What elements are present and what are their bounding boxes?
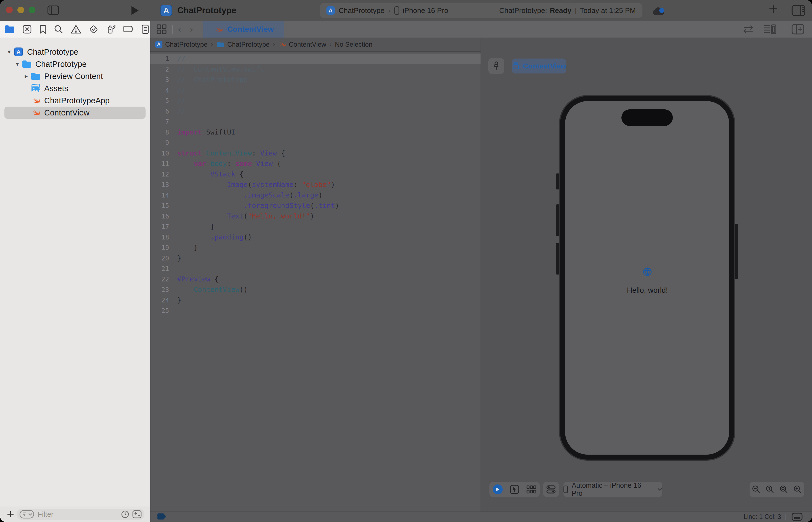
project-app-icon: A [326, 6, 335, 15]
source-control-icon[interactable] [22, 25, 32, 34]
sidebar-toggle-icon[interactable] [47, 5, 59, 15]
recent-files-clock-icon[interactable] [121, 510, 129, 519]
add-item-button[interactable] [7, 510, 14, 518]
editor-grid-icon[interactable] [156, 24, 167, 35]
go-back-button[interactable]: ‹ [178, 24, 181, 35]
zoom-out-icon[interactable] [752, 485, 760, 494]
dynamic-island [622, 109, 673, 126]
tree-item-chatprototype[interactable]: ▾AChatPrototype [0, 46, 150, 58]
line-number[interactable]: 5 [150, 96, 169, 106]
filter-input[interactable]: Filter [17, 509, 144, 520]
disclosure-chevron-icon[interactable]: ▾ [13, 60, 22, 68]
disclosure-chevron-icon[interactable]: ▸ [22, 73, 31, 80]
filter-placeholder: Filter [38, 510, 121, 519]
breakpoints-tag-icon[interactable] [123, 25, 134, 34]
line-number[interactable]: 25 [150, 305, 169, 316]
breadcrumb-project[interactable]: A ChatPrototype [155, 41, 207, 48]
code-text [169, 265, 177, 273]
tests-diamond-icon[interactable] [89, 24, 99, 34]
tree-item-assets[interactable]: Assets [0, 82, 150, 95]
variants-grid-icon[interactable] [526, 485, 536, 494]
tree-item-chatprototypeapp[interactable]: ChatPrototypeApp [0, 95, 150, 107]
breadcrumb-selection[interactable]: No Selection [335, 41, 372, 48]
line-number[interactable]: 15 [150, 201, 169, 211]
code-text: } [169, 296, 181, 304]
line-number[interactable]: 1 [150, 54, 169, 64]
add-editor-icon[interactable] [792, 24, 804, 35]
run-destination[interactable]: iPhone 16 Pro [403, 6, 448, 15]
add-tab-button[interactable] [768, 4, 778, 14]
line-number[interactable]: 6 [150, 106, 169, 117]
tree-item-preview-content[interactable]: ▸Preview Content [0, 70, 150, 82]
line-number[interactable]: 17 [150, 221, 169, 232]
line-number[interactable]: 21 [150, 263, 169, 274]
close-button[interactable] [6, 7, 13, 13]
device-settings-toggles-icon[interactable] [546, 485, 556, 494]
line-number[interactable]: 18 [150, 232, 169, 242]
preview-screen[interactable] [565, 101, 729, 455]
debug-area-toggle-icon[interactable] [792, 513, 803, 521]
line-number[interactable]: 3 [150, 75, 169, 85]
go-forward-button[interactable]: › [190, 24, 194, 35]
code-line: 18 .padding() [150, 232, 481, 242]
line-number[interactable]: 14 [150, 190, 169, 201]
line-number[interactable]: 19 [150, 242, 169, 253]
project-navigator-folder-icon[interactable] [4, 25, 15, 34]
line-number[interactable]: 13 [150, 180, 169, 190]
code-line: 17 } [150, 221, 481, 232]
code-text: } [169, 254, 181, 262]
code-text: } [169, 244, 198, 252]
code-text [169, 118, 177, 126]
line-number[interactable]: 12 [150, 169, 169, 180]
minimize-button[interactable] [17, 7, 24, 13]
line-number[interactable]: 4 [150, 85, 169, 96]
line-number[interactable]: 8 [150, 127, 169, 138]
line-number[interactable]: 7 [150, 117, 169, 127]
zoom-in-icon[interactable] [793, 485, 802, 494]
disclosure-chevron-icon[interactable]: ▾ [5, 48, 13, 56]
pin-preview-button[interactable] [488, 58, 504, 74]
editor-options-icon[interactable] [764, 24, 777, 35]
line-number[interactable]: 10 [150, 148, 169, 159]
cloud-sync-icon[interactable] [652, 7, 665, 17]
line-number[interactable]: 23 [150, 284, 169, 295]
breadcrumb-group[interactable]: ChatPrototype [216, 41, 269, 48]
tab-contentview[interactable]: ContentView [203, 21, 284, 38]
search-icon[interactable] [54, 25, 63, 34]
inspector-toggle-icon[interactable] [792, 5, 805, 16]
zoom-100-icon[interactable] [766, 485, 774, 494]
line-number[interactable]: 24 [150, 295, 169, 305]
live-preview-button[interactable] [493, 484, 503, 495]
line-number[interactable]: 9 [150, 138, 169, 148]
reports-list-icon[interactable] [141, 25, 149, 34]
issues-warning-icon[interactable] [71, 25, 81, 34]
line-number[interactable]: 22 [150, 274, 169, 284]
preview-target-pill[interactable]: ContentView [512, 59, 566, 74]
zoom-fit-icon[interactable] [779, 485, 788, 494]
code-text [169, 139, 177, 147]
chevron-separator: › [273, 41, 275, 48]
code-text: VStack { [169, 170, 244, 178]
line-number[interactable]: 11 [150, 159, 169, 169]
line-number[interactable]: 2 [150, 64, 169, 75]
bookmark-icon[interactable] [39, 25, 46, 34]
tree-item-chatprototype[interactable]: ▾ChatPrototype [0, 58, 150, 70]
line-number[interactable]: 16 [150, 211, 169, 221]
scm-status-filter-icon[interactable] [132, 510, 142, 518]
navigator-filter-bar: Filter [0, 506, 150, 522]
debug-spray-icon[interactable] [106, 24, 116, 34]
line-number[interactable]: 20 [150, 253, 169, 263]
breadcrumb-file[interactable]: ContentView [278, 41, 326, 48]
scheme-device-bar[interactable]: A ChatPrototype › iPhone 16 Pro ChatProt… [320, 3, 643, 18]
filter-menu-icon[interactable] [19, 510, 34, 519]
tree-item-contentview[interactable]: ContentView [4, 107, 145, 119]
selectable-mode-icon[interactable] [510, 485, 519, 494]
scheme-name[interactable]: ChatPrototype [339, 6, 384, 15]
preview-device-picker[interactable]: Automatic – iPhone 16 Pro [564, 482, 662, 497]
zoom-button[interactable] [29, 7, 35, 13]
code-text: .imageScale(.large) [169, 191, 323, 199]
run-button[interactable] [131, 5, 139, 16]
code-text: .padding() [169, 233, 252, 241]
source-editor[interactable]: 1//2// ContentView.swift3// ChatPrototyp… [150, 52, 481, 511]
code-review-icon[interactable] [742, 25, 754, 34]
